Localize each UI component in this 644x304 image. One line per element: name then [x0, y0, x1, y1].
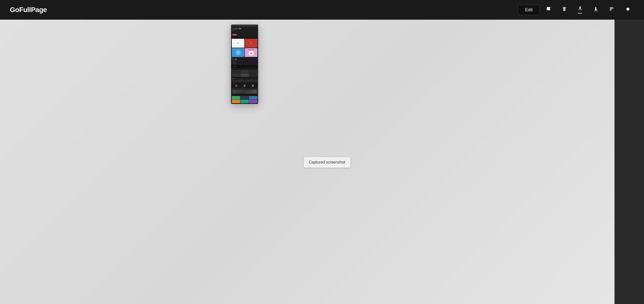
portfolio-item-3: ✦ — [232, 48, 244, 57]
download-button[interactable] — [589, 3, 603, 17]
captured-screenshot-tooltip: Captured screenshot — [304, 157, 350, 168]
tooltip-text: Captured screenshot — [309, 160, 345, 164]
site-achievements-section: 実績数 — [231, 78, 258, 83]
blog-item-4 — [232, 100, 240, 103]
achievements-grid — [232, 80, 257, 82]
settings-icon — [624, 6, 630, 13]
navbar-actions: Edit PDF — [518, 3, 634, 17]
site-services-title: サービス内容 — [232, 59, 257, 60]
blog-grid — [232, 96, 257, 103]
site-hero-section: サービスサイト制作 高品質なウェブサイトを制作します お問い合わせ — [231, 26, 258, 37]
save-pdf-button[interactable]: PDF — [573, 3, 587, 17]
site-cta-band: your services loo — [231, 65, 258, 68]
notes-icon — [609, 6, 614, 13]
site-hero-title: サービスサイト制作 — [232, 28, 257, 29]
team-title: メンバー紹介 — [232, 83, 257, 84]
notes-button[interactable] — [605, 3, 618, 17]
site-hero-cta: お問い合わせ — [232, 34, 237, 35]
team-member-1: スタッフA — [232, 85, 240, 87]
browser-topbar — [231, 24, 258, 26]
blog-item-6 — [249, 100, 257, 103]
team-member-3: スタッフC — [249, 85, 257, 87]
office-image — [232, 90, 257, 94]
main-content: サービスサイト制作 高品質なウェブサイトを制作します お問い合わせ 実績紹介 C… — [0, 20, 614, 304]
service-item-2: LP制作 — [232, 61, 257, 62]
portfolio-item-2: T'S — [245, 39, 257, 48]
edit-button[interactable]: Edit — [518, 5, 540, 15]
blog-item-5 — [240, 100, 249, 103]
pdf-download-icon — [578, 5, 583, 12]
sidebar-panel — [614, 0, 644, 304]
flag-icon — [546, 6, 551, 13]
site-portfolio-table: 実績一覧 — [231, 68, 258, 78]
service-item-3: ECサイト制作 — [232, 62, 257, 63]
pdf-label: PDF — [578, 12, 582, 14]
blog-item-2 — [240, 96, 249, 99]
portfolio-item-1: CHO — [232, 39, 244, 48]
navbar: GoFullPage Edit PDF — [0, 0, 644, 20]
site-portfolio-grid: 実績紹介 CHO T'S ✦ BLUE RANDOM — [231, 37, 258, 58]
achievement-item-2 — [245, 80, 257, 82]
achievements-title: 実績数 — [232, 78, 257, 79]
site-grid-label: 実績紹介 — [232, 37, 257, 38]
settings-button[interactable] — [620, 3, 634, 17]
portfolio-item-4: BLUE RANDOM 🤖 — [245, 48, 257, 57]
site-services-section: サービス内容 ウェブサイト制作 LP制作 ECサイト制作 システム開発 — [231, 58, 258, 65]
trash-icon — [562, 6, 567, 13]
site-team-section: メンバー紹介 スタッフA スタッフB スタッフC — [231, 83, 258, 88]
flag-button[interactable] — [542, 3, 556, 17]
service-item-4: システム開発 — [232, 63, 257, 64]
app-logo: GoFullPage — [10, 6, 47, 14]
site-hero-subtitle: 高品質なウェブサイトを制作します — [232, 30, 257, 31]
screenshot-preview: サービスサイト制作 高品質なウェブサイトを制作します お問い合わせ 実績紹介 C… — [231, 24, 258, 104]
achievement-item-1 — [232, 80, 244, 82]
blog-item-1 — [232, 96, 240, 99]
team-member-2: スタッフB — [241, 85, 248, 87]
blog-title: ブログ — [232, 95, 257, 95]
delete-button[interactable] — [558, 3, 571, 17]
portfolio-items: CHO T'S ✦ BLUE RANDOM 🤖 — [232, 39, 257, 57]
site-office-section: 会社情報 — [231, 88, 258, 94]
team-grid: スタッフA スタッフB スタッフC — [232, 85, 257, 87]
blog-item-3 — [249, 96, 257, 99]
download-icon — [593, 6, 598, 13]
site-blog-section: ブログ — [231, 94, 258, 104]
service-item-1: ウェブサイト制作 — [232, 60, 257, 61]
